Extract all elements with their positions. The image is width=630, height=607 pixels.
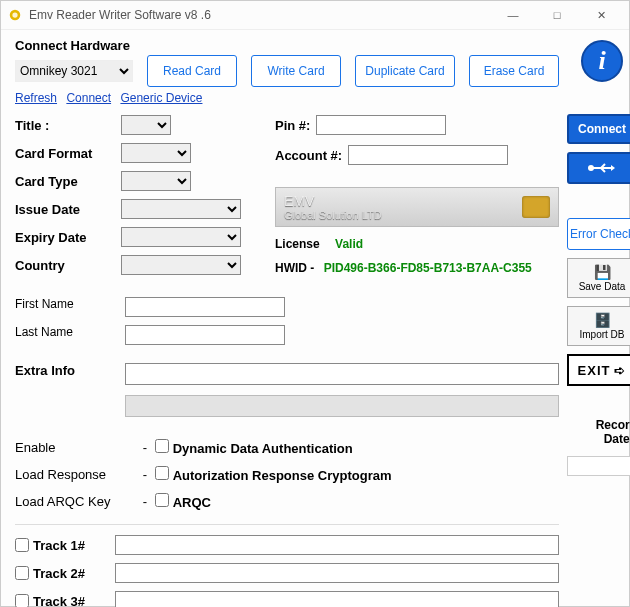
database-icon: 🗄️ [594,312,611,328]
issue-date-select[interactable] [121,199,241,219]
arqc-label: ARQC [173,495,211,510]
import-db-button[interactable]: 🗄️ Import DB [567,306,630,346]
save-data-label: Save Data [579,281,626,292]
usb-button[interactable] [567,152,630,184]
status-bar [125,395,559,417]
enable-label: Enable [15,440,135,455]
first-name-label: First Name [15,297,125,317]
title-select[interactable] [121,115,171,135]
track3-input[interactable] [115,591,559,607]
last-name-input[interactable] [125,325,285,345]
info-button[interactable]: i [581,40,623,82]
arc-label: Autorization Response Cryptogram [173,468,392,483]
duplicate-card-button[interactable]: Duplicate Card [355,55,455,87]
account-input[interactable] [348,145,508,165]
write-card-button[interactable]: Write Card [251,55,341,87]
pin-label: Pin #: [275,118,310,133]
generic-device-link[interactable]: Generic Device [120,91,202,105]
right-column: i Connect Error Check 💾 Save Data 🗄️ Imp… [567,38,630,607]
exit-arrow-icon: ➪ [614,363,626,378]
dda-row: Dynamic Data Authentication [155,439,559,456]
record-date-value [567,456,630,476]
mid-grid: Title : Card Format Card Type Issue Date [15,115,559,283]
check-grid: Enable - Dynamic Data Authentication Loa… [15,439,559,510]
card-format-select[interactable] [121,143,191,163]
load-response-label: Load Response [15,467,135,482]
last-name-label: Last Name [15,325,125,345]
hardware-device-select[interactable]: Omnikey 3021 [15,60,133,82]
track-block: Track 1# Track 2# Track 3# [15,524,559,607]
left-column: Connect Hardware Omnikey 3021 Read Card … [15,38,559,607]
usb-icon [587,161,617,175]
arqc-row: ARQC [155,493,559,510]
hwid-value: PID496-B366-FD85-B713-B7AA-C355 [324,261,532,275]
hwid-label: HWID - [275,261,314,275]
first-name-input[interactable] [125,297,285,317]
app-icon [7,7,23,23]
arc-checkbox[interactable] [155,466,169,480]
close-button[interactable]: ✕ [579,1,623,29]
record-date-label: Record Date : [567,418,630,446]
content-area: Connect Hardware Omnikey 3021 Read Card … [1,30,629,607]
track2-input[interactable] [115,563,559,583]
track3-label: Track 3# [33,594,85,608]
brand-line2: Global Solution LTD [284,209,382,221]
expiry-date-select[interactable] [121,227,241,247]
window-controls: — □ ✕ [491,1,623,29]
error-check-button[interactable]: Error Check [567,218,630,250]
track1-label: Track 1# [33,538,85,553]
arqc-checkbox[interactable] [155,493,169,507]
extra-info-input[interactable] [125,363,559,385]
mid-right: Pin #: Account #: EMV Global Solution LT… [275,115,559,283]
country-label: Country [15,258,115,273]
exit-button[interactable]: EXIT ➪ [567,354,630,386]
app-window: Emv Reader Writer Software v8 .6 — □ ✕ C… [0,0,630,607]
mid-left: Title : Card Format Card Type Issue Date [15,115,265,283]
brand-text: EMV Global Solution LTD [284,193,382,221]
title-label: Title : [15,118,115,133]
maximize-button[interactable]: □ [535,1,579,29]
track1-row: Track 1# [15,538,107,553]
country-select[interactable] [121,255,241,275]
track1-input[interactable] [115,535,559,555]
extra-info-label: Extra Info [15,363,109,378]
window-title: Emv Reader Writer Software v8 .6 [29,8,491,22]
minimize-button[interactable]: — [491,1,535,29]
card-type-label: Card Type [15,174,115,189]
refresh-link[interactable]: Refresh [15,91,57,105]
connect-hardware-label: Connect Hardware [15,38,559,53]
connect-link[interactable]: Connect [66,91,111,105]
chip-icon [522,196,550,218]
svg-point-1 [12,12,17,17]
titlebar: Emv Reader Writer Software v8 .6 — □ ✕ [1,1,629,30]
track2-checkbox[interactable] [15,566,29,580]
track3-checkbox[interactable] [15,594,29,607]
hwid-row: HWID - PID496-B366-FD85-B713-B7AA-C355 [275,261,559,275]
extra-info-row: Extra Info [15,363,559,385]
exit-label: EXIT [578,363,611,378]
erase-card-button[interactable]: Erase Card [469,55,559,87]
license-label: License [275,237,320,251]
issue-date-label: Issue Date [15,202,115,217]
floppy-icon: 💾 [594,264,611,280]
import-db-label: Import DB [579,329,624,340]
license-status: Valid [335,237,363,251]
names-grid: First Name Last Name [15,297,559,345]
arc-row: Autorization Response Cryptogram [155,466,559,483]
card-format-label: Card Format [15,146,115,161]
pin-input[interactable] [316,115,446,135]
track1-checkbox[interactable] [15,538,29,552]
expiry-date-label: Expiry Date [15,230,115,245]
card-type-select[interactable] [121,171,191,191]
track3-row: Track 3# [15,594,107,608]
dda-label: Dynamic Data Authentication [173,441,353,456]
track2-row: Track 2# [15,566,107,581]
dda-checkbox[interactable] [155,439,169,453]
license-row: License Valid [275,237,559,251]
read-card-button[interactable]: Read Card [147,55,237,87]
account-label: Account #: [275,148,342,163]
connect-button[interactable]: Connect [567,114,630,144]
save-data-button[interactable]: 💾 Save Data [567,258,630,298]
load-arqc-label: Load ARQC Key [15,494,135,509]
track2-label: Track 2# [33,566,85,581]
